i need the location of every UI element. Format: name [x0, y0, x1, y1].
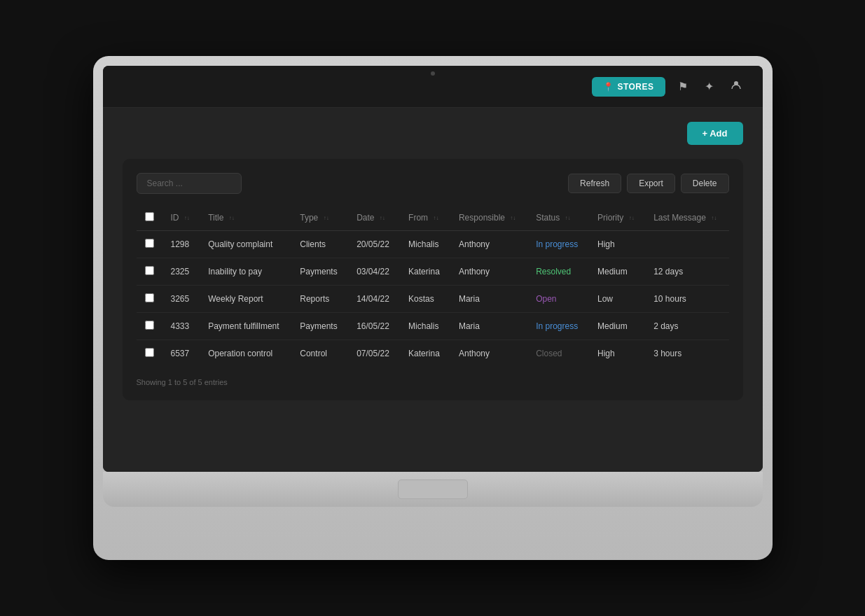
- cell-status: Open: [527, 286, 589, 313]
- cell-from: Michalis: [400, 313, 450, 340]
- sort-icon-responsible: ↑↓: [510, 215, 515, 221]
- cell-status: In progress: [527, 231, 589, 258]
- cell-priority: Low: [589, 286, 645, 313]
- cell-priority: Medium: [589, 313, 645, 340]
- cell-type: Payments: [291, 313, 348, 340]
- cell-responsible: Maria: [450, 313, 527, 340]
- cell-id: 4333: [162, 313, 200, 340]
- col-header-from[interactable]: From ↑↓: [400, 205, 450, 231]
- cell-responsible: Maria: [450, 286, 527, 313]
- cell-id: 1298: [162, 231, 200, 258]
- cell-responsible: Anthony: [450, 231, 527, 258]
- flag-button[interactable]: ⚑: [674, 76, 692, 97]
- cell-title: Quality complaint: [200, 231, 291, 258]
- data-table: ID ↑↓ Title ↑↓ Type ↑↓ Date ↑↓ From ↑↓ R…: [137, 205, 729, 367]
- table-container: Refresh Export Delete ID ↑↓: [123, 159, 743, 400]
- cell-last-message: 2 days: [645, 313, 728, 340]
- showing-text: Showing 1 to 5 of 5 entries: [137, 378, 729, 386]
- table-row: 4333 Payment fulfillment Payments 16/05/…: [137, 313, 729, 340]
- location-icon: 📍: [603, 82, 614, 92]
- row-checkbox-1[interactable]: [145, 266, 154, 275]
- sort-icon-date: ↑↓: [380, 215, 385, 221]
- flag-icon: ⚑: [678, 80, 688, 93]
- col-header-type[interactable]: Type ↑↓: [291, 205, 348, 231]
- row-checkbox-4[interactable]: [145, 348, 154, 357]
- cell-from: Katerina: [400, 340, 450, 368]
- cell-priority: Medium: [589, 258, 645, 286]
- stores-button[interactable]: 📍 STORES: [592, 77, 665, 97]
- sort-icon-status: ↑↓: [565, 215, 571, 221]
- row-checkbox-0[interactable]: [145, 239, 154, 248]
- row-checkbox-cell: [137, 286, 162, 313]
- cell-type: Payments: [291, 258, 348, 286]
- row-checkbox-2[interactable]: [145, 293, 154, 302]
- sort-icon-type: ↑↓: [324, 215, 329, 221]
- row-checkbox-cell: [137, 258, 162, 286]
- col-header-priority[interactable]: Priority ↑↓: [589, 205, 645, 231]
- col-header-responsible[interactable]: Responsible ↑↓: [450, 205, 527, 231]
- sun-icon: ✦: [705, 80, 714, 93]
- theme-button[interactable]: ✦: [700, 76, 718, 97]
- sort-icon-title: ↑↓: [229, 215, 235, 221]
- sort-icon-id: ↑↓: [184, 215, 190, 221]
- export-button[interactable]: Export: [627, 174, 675, 193]
- cell-date: 20/05/22: [348, 231, 400, 258]
- cell-title: Operation control: [200, 340, 291, 368]
- toolbar-right: Refresh Export Delete: [568, 174, 728, 193]
- table-header-row: ID ↑↓ Title ↑↓ Type ↑↓ Date ↑↓ From ↑↓ R…: [137, 205, 729, 231]
- user-icon: [731, 80, 742, 94]
- cell-responsible: Anthony: [450, 258, 527, 286]
- col-header-title[interactable]: Title ↑↓: [200, 205, 291, 231]
- cell-from: Michalis: [400, 231, 450, 258]
- cell-from: Katerina: [400, 258, 450, 286]
- table-toolbar: Refresh Export Delete: [137, 173, 729, 194]
- col-header-id[interactable]: ID ↑↓: [162, 205, 200, 231]
- cell-status: Closed: [527, 340, 589, 368]
- cell-title: Weekly Report: [200, 286, 291, 313]
- screen-content: 📍 STORES ⚑ ✦: [103, 66, 763, 472]
- cell-id: 3265: [162, 286, 200, 313]
- cell-priority: High: [589, 231, 645, 258]
- delete-button[interactable]: Delete: [681, 174, 729, 193]
- cell-title: Inability to pay: [200, 258, 291, 286]
- row-checkbox-3[interactable]: [145, 321, 154, 330]
- col-header-date[interactable]: Date ↑↓: [348, 205, 400, 231]
- cell-date: 14/04/22: [348, 286, 400, 313]
- sort-icon-priority: ↑↓: [629, 215, 635, 221]
- cell-title: Payment fulfillment: [200, 313, 291, 340]
- cell-last-message: 12 days: [645, 258, 728, 286]
- user-button[interactable]: [726, 76, 746, 98]
- add-button[interactable]: + Add: [687, 122, 743, 145]
- cell-type: Reports: [291, 286, 348, 313]
- cell-from: Kostas: [400, 286, 450, 313]
- search-input[interactable]: [137, 173, 242, 194]
- row-checkbox-cell: [137, 231, 162, 258]
- cell-id: 2325: [162, 258, 200, 286]
- cell-last-message: 3 hours: [645, 340, 728, 368]
- cell-type: Clients: [291, 231, 348, 258]
- select-all-checkbox[interactable]: [145, 212, 154, 221]
- cell-last-message: 10 hours: [645, 286, 728, 313]
- row-checkbox-cell: [137, 340, 162, 368]
- cell-date: 03/04/22: [348, 258, 400, 286]
- col-header-status[interactable]: Status ↑↓: [527, 205, 589, 231]
- laptop-base: [103, 472, 763, 507]
- table-row: 2325 Inability to pay Payments 03/04/22 …: [137, 258, 729, 286]
- cell-date: 07/05/22: [348, 340, 400, 368]
- refresh-button[interactable]: Refresh: [568, 174, 621, 193]
- add-btn-row: + Add: [123, 122, 743, 145]
- sort-icon-from: ↑↓: [433, 215, 438, 221]
- stores-label: STORES: [617, 82, 653, 92]
- cell-responsible: Anthony: [450, 340, 527, 368]
- cell-id: 6537: [162, 340, 200, 368]
- cell-priority: High: [589, 340, 645, 368]
- row-checkbox-cell: [137, 313, 162, 340]
- col-header-last-message[interactable]: Last Message ↑↓: [645, 205, 728, 231]
- table-row: 3265 Weekly Report Reports 14/04/22 Kost…: [137, 286, 729, 313]
- cell-status: In progress: [527, 313, 589, 340]
- cell-status: Resolved: [527, 258, 589, 286]
- trackpad: [398, 479, 468, 499]
- cell-last-message: [645, 231, 728, 258]
- webcam: [431, 71, 435, 76]
- table-row: 6537 Operation control Control 07/05/22 …: [137, 340, 729, 368]
